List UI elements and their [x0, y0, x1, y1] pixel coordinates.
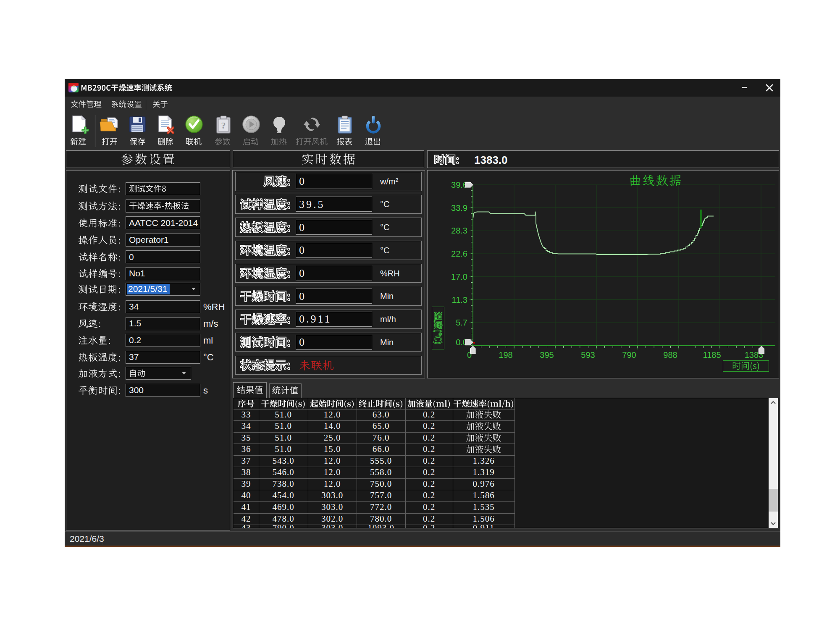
svg-text:?: ?	[221, 120, 226, 131]
